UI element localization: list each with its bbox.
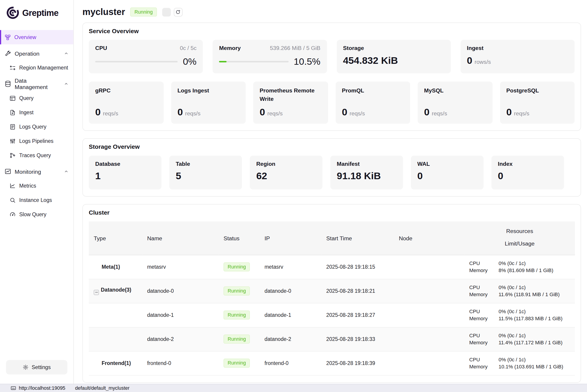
rate-value: 0 [177,106,183,118]
brand-logo[interactable]: Greptime [0,3,73,23]
table-row-datanode-1: datanode-1 Running datanode-1 2025-08-28… [89,303,575,327]
sidebar-item-label: Logs Pipelines [19,138,54,144]
sidebar-item-label: Slow Query [19,211,46,217]
sidebar-item-label: Traces Query [19,152,51,158]
ingest-label: Ingest [467,45,484,51]
cpu-resource-value: 0% (0c / 1c) [499,260,526,266]
sidebar-section-monitoring[interactable]: Monitoring [0,164,73,178]
settings-button[interactable]: Settings [6,360,67,374]
column-ip: IP [260,222,321,255]
sidebar-item-logs-query[interactable]: Logs Query [0,120,73,134]
rate-label: PostgreSQL [506,86,568,95]
cluster-card: Cluster Type Name Status IP Start Time N… [82,204,581,382]
sidebar-item-metrics[interactable]: Metrics [0,178,73,193]
sidebar-item-label: Metrics [19,182,36,188]
stat-label: Region [256,160,275,167]
wal-stat-card: WAL 0 [411,156,483,190]
cpu-percent: 0% [183,56,197,67]
sidebar-item-label: Overview [14,34,36,40]
start-time-cell: 2025-08-28 19:18:27 [321,303,394,327]
memory-usage-bar [219,61,288,62]
type-cell [89,327,142,351]
search-icon [9,197,16,203]
rate-unit: reqs/s [350,110,365,116]
header-action-button[interactable] [162,8,171,16]
status-badge: Running [223,358,250,368]
column-limit-usage: Limit/Usage [464,239,575,255]
cpu-resource-label: CPU [469,284,499,290]
memory-resource-value: 11.4% (117.172 MiB / 1 GiB) [499,340,562,346]
gear-icon [23,364,29,370]
wrench-icon [5,50,11,57]
sidebar-item-ingest[interactable]: Ingest [0,105,73,120]
statusbar-url[interactable]: http://localhost:19095 [19,386,66,391]
rate-label: Logs Ingest [177,86,239,95]
sidebar: Greptime Overview Operation Region Manag… [0,0,74,384]
sidebar-item-label: Instance Logs [19,197,52,203]
refresh-button[interactable] [174,8,182,16]
resources-cell: CPU0% (0c / 1c) Memory8% (81.609 MiB / 1… [469,260,570,273]
logs-query-icon [9,124,16,130]
sidebar-item-instance-logs[interactable]: Instance Logs [0,193,73,207]
resources-cell: CPU0% (0c / 1c) Memory11.5% (117.883 MiB… [469,309,570,321]
cpu-resource-value: 0% (0c / 1c) [499,357,526,362]
column-type: Type [89,222,142,255]
sidebar-item-slow-query[interactable]: Slow Query [0,207,73,222]
refresh-icon [175,9,181,14]
cluster-overview-icon [5,34,11,40]
table-row-datanode-0: Datanode(3) datanode-0 Running datanode-… [89,279,575,303]
storage-value: 454.832 KiB [343,55,444,66]
name-cell: datanode-1 [142,303,219,327]
sidebar-item-logs-pipelines[interactable]: Logs Pipelines [0,134,73,148]
cpu-limit: 0c / 5c [180,45,196,51]
collapse-icon[interactable] [94,290,99,295]
stat-label: Database [95,160,120,167]
column-node: Node [394,222,464,255]
metrics-icon [9,182,16,189]
prometheus-remote-write-rate-card: Prometheus Remote Write 0 reqs/s [253,82,328,124]
memory-resource-label: Memory [469,340,499,346]
memory-resource-label: Memory [469,316,499,321]
rate-value: 0 [342,106,347,118]
stat-value: 0 [417,170,477,182]
stat-value: 62 [256,170,316,182]
sidebar-item-overview[interactable]: Overview [0,30,73,44]
type-cell: Datanode(3) [89,279,142,303]
storage-overview-title: Storage Overview [89,144,575,150]
cpu-resource-label: CPU [469,260,499,266]
sidebar-section-operation[interactable]: Operation [0,46,73,61]
resources-cell: CPU0% (0c / 1c) Memory11.4% (117.172 MiB… [469,333,570,346]
logs-ingest-rate-card: Logs Ingest 0 reqs/s [171,82,246,124]
cpu-resource-value: 0% (0c / 1c) [499,309,526,314]
sidebar-section-label: Data Management [15,78,61,90]
region-stat-card: Region 62 [250,156,322,190]
sidebar-section-data-management[interactable]: Data Management [0,77,73,91]
node-cell [394,327,464,351]
name-cell: datanode-2 [142,327,219,351]
memory-metric-card: Memory 539.266 MiB / 5 GiB 10.5% [213,40,327,73]
memory-limit: 539.266 MiB / 5 GiB [270,45,320,51]
rate-value: 0 [95,106,101,118]
storage-metric-card: Storage 454.832 KiB [337,40,451,73]
chevron-up-icon [64,81,69,86]
main-content: mycluster Running Service Overview CPU 0… [74,0,587,384]
ip-cell: frontend-0 [260,351,321,375]
sidebar-item-label: Query [19,95,34,101]
sidebar-item-query[interactable]: Query [0,91,73,106]
cpu-resource-value: 0% (0c / 1c) [499,284,526,290]
sidebar-section-label: Operation [15,50,40,56]
sidebar-item-traces-query[interactable]: Traces Query [0,148,73,162]
ip-cell: datanode-0 [260,279,321,303]
rate-label: Prometheus Remote Write [260,86,322,103]
start-time-cell: 2025-08-28 19:18:33 [321,327,394,351]
cpu-resource-label: CPU [469,333,499,338]
rate-unit: reqs/s [514,110,529,116]
sidebar-item-region-management[interactable]: Region Management [0,60,73,75]
cpu-label: CPU [95,45,107,51]
ip-cell: datanode-2 [260,327,321,351]
cpu-usage-bar [95,61,178,62]
memory-resource-value: 10.1% (103.691 MiB / 1 GiB) [499,364,563,370]
console-icon [11,386,16,391]
stat-value: 1 [95,170,155,182]
node-cell [394,255,464,279]
